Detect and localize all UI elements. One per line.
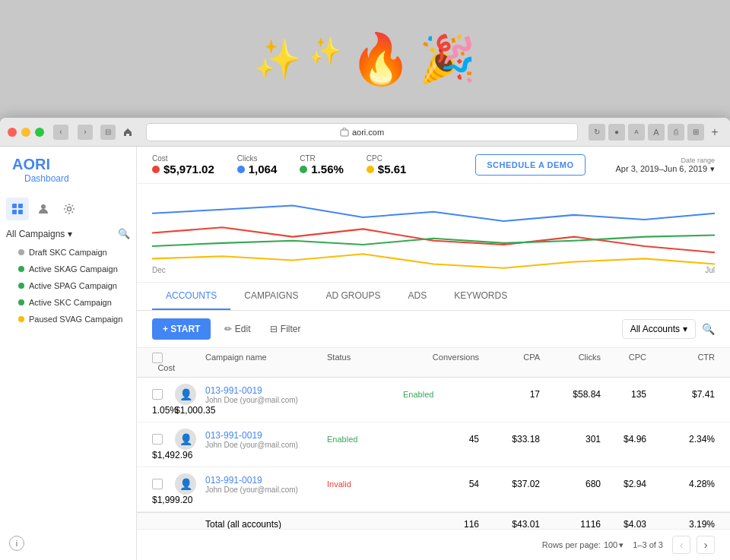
tab-accounts[interactable]: ACCOUNTS [152,283,230,310]
row3-campaign: 013-991-0019 John Doe (your@mail.com) [205,475,327,494]
tab-ad-groups[interactable]: AD GROUPS [312,283,394,310]
clicks-header: Clicks [540,353,601,363]
main-content: Cost $5,971.02 Clicks 1,064 CTR [137,147,730,560]
date-range-value[interactable]: Apr 3, 2019–Jun 6, 2019 ▾ [616,164,715,174]
dashboard-link[interactable]: Dashboard [12,173,81,190]
row3-cpc: $2.94 [601,479,646,489]
row2-cost: $1,492.96 [152,450,175,460]
total-row: Total (all accounts) 116 $43.01 1116 $4.… [137,512,730,529]
info-icon[interactable]: i [9,536,24,551]
forward-button[interactable]: › [78,125,93,140]
minimize-button[interactable] [21,128,30,137]
select-all-checkbox[interactable] [152,353,175,363]
sidebar-icon-settings[interactable] [58,198,81,220]
address-bar[interactable]: aori.com [146,123,578,141]
stat-ctr: CTR 1.56% [300,154,344,176]
filter-button[interactable]: ⊟ Filter [264,320,306,338]
chart-x-labels: Dec Jul [152,266,715,274]
total-clicks: 1116 [540,519,601,529]
next-page-button[interactable]: › [697,536,715,554]
campaign-selector[interactable]: All Campaigns ▾ 🔍 [0,223,136,244]
row2-campaign-link[interactable]: 013-991-0019 [205,430,327,441]
row1-campaign-link[interactable]: 013-991-0019 [205,385,327,396]
svg-rect-3 [12,210,17,214]
tab-campaigns[interactable]: CAMPAIGNS [230,283,312,310]
stat-cpc: CPC $5.61 [367,154,407,176]
campaign-item-2[interactable]: Active SPAG Campaign [6,277,130,294]
rows-per-page-select[interactable]: 100 ▾ [604,540,624,550]
stat-cost: Cost $5,971.02 [152,154,214,176]
maximize-button[interactable] [35,128,44,137]
campaign-name-3: Active SKC Campaign [29,298,112,307]
total-cpc: $4.03 [601,519,646,529]
share-button[interactable]: ⎙ [668,124,684,141]
table-search-icon[interactable]: 🔍 [702,323,715,335]
svg-rect-2 [18,204,23,208]
row3-status: Invalid [327,479,403,489]
campaign-name-1: Active SKAG Campaign [29,264,118,274]
campaign-item-3[interactable]: Active SKC Campaign [6,294,130,311]
campaign-name-0: Draft SKC Campaign [29,248,107,257]
total-label: Total (all accounts) [205,519,327,529]
row1-cpc: $7.41 [646,389,715,400]
fire-emoji: 🔥 [350,30,411,88]
edit-button[interactable]: ✏ Edit [218,320,256,338]
emoji-decoration: ✨ ✨ 🔥 🎉 [0,0,730,118]
svg-point-6 [68,207,71,211]
row1-checkbox[interactable] [152,389,175,400]
row3-cpa: $37.02 [479,479,540,489]
schedule-demo-button[interactable]: SCHEDULE A DEMO [475,154,585,176]
cpc-dot [367,166,374,173]
sidebar-icon-dashboard[interactable] [6,198,29,220]
row1-ctr: 1.05% [152,405,175,416]
svg-rect-1 [12,204,17,208]
date-range-label: Date range [681,157,715,164]
stat-clicks: Clicks 1,064 [237,154,278,176]
sidebar-icon-user[interactable] [32,198,55,220]
campaign-list: Draft SKC Campaign Active SKAG Campaign … [0,244,136,327]
tabs-bar: ACCOUNTS CAMPAIGNS AD GROUPS ADS KEYWORD… [137,283,730,311]
refresh-button[interactable]: ↻ [589,124,605,141]
sidebar-search-icon[interactable]: 🔍 [118,228,130,239]
tab-ads[interactable]: ADS [394,283,440,310]
account-icon[interactable]: ● [608,124,625,141]
sidebar-toggle-button[interactable]: ⊟ [100,125,116,140]
back-button[interactable]: ‹ [53,125,68,140]
campaign-item-0[interactable]: Draft SKC Campaign [6,244,130,261]
row1-cpa: $58.84 [540,389,601,400]
ctr-dot [300,166,307,173]
chevron-down-icon: ▾ [619,540,624,550]
prev-page-button[interactable]: ‹ [672,536,690,554]
row1-avatar: 👤 [175,384,205,405]
cost-header: Cost [152,363,175,372]
cost-dot [152,166,160,173]
row2-conversions: 45 [403,434,479,445]
cpa-header: CPA [479,353,540,363]
tab-keywords[interactable]: KEYWORDS [440,283,521,310]
accounts-select-label: All Accounts [630,324,680,334]
row3-checkbox[interactable] [152,479,175,489]
text-size-a2[interactable]: A [648,124,665,141]
browser-content: AORI Dashboard [0,147,730,560]
accounts-select[interactable]: All Accounts ▾ [622,319,696,339]
ctr-label: CTR [300,154,344,163]
new-tab-button[interactable]: + [707,125,722,140]
campaign-selector-label: All Campaigns [6,229,65,239]
cpc-value: $5.61 [378,163,407,176]
campaign-item-1[interactable]: Active SKAG Campaign [6,261,130,277]
start-button[interactable]: + START [152,318,211,340]
avatar-col-header [175,353,205,363]
row3-campaign-link[interactable]: 013-991-0019 [205,475,327,486]
data-table: Campaign name Status Conversions CPA Cli… [137,348,730,529]
row2-subtitle: John Doe (your@mail.com) [205,441,327,449]
campaign-item-4[interactable]: Paused SVAG Campaign [6,311,130,327]
line-chart [152,190,715,276]
row1-cost: $1,000.35 [175,405,205,416]
cpc-header: CPC [601,353,646,363]
close-button[interactable] [8,128,17,137]
row2-checkbox[interactable] [152,434,175,445]
text-size-a1[interactable]: A [628,124,645,141]
more-button[interactable]: ⊞ [687,124,704,141]
clicks-value: 1,064 [249,163,278,176]
home-icon[interactable] [120,127,135,138]
